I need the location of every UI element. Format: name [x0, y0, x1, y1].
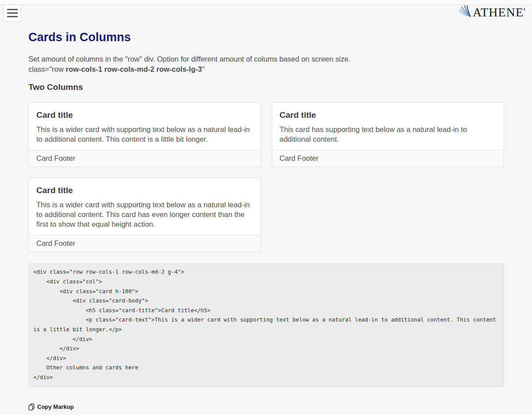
main-content: Cards in Columns Set amount of columns i… [28, 5, 504, 412]
card-footer: Card Footer [272, 150, 504, 167]
page-title: Cards in Columns [28, 30, 504, 44]
example-card-2: Card title This card has supporting text… [272, 102, 505, 167]
card-title: Card title [280, 110, 497, 120]
card-text: This is a wider card with supporting tex… [36, 200, 253, 229]
card-body: Card title This is a wider card with sup… [29, 178, 261, 235]
card-body: Card title This card has supporting text… [272, 103, 504, 150]
hamburger-icon [7, 16, 18, 17]
top-bar [0, 0, 532, 5]
empty-grid-cell [272, 178, 505, 252]
class-snippet-suffix: " [202, 65, 204, 73]
cards-grid: Card title This is a wider card with sup… [28, 102, 504, 252]
copy-icon [28, 403, 35, 411]
hamburger-menu-button[interactable] [3, 4, 21, 22]
card-title: Card title [36, 110, 253, 120]
class-snippet-prefix: class="row [28, 65, 66, 73]
description-line1: Set amount of columns in the "row" div. … [28, 55, 350, 63]
hamburger-icon [7, 12, 18, 14]
copy-markup-label: Copy Markup [37, 403, 74, 410]
card-text: This is a wider card with supporting tex… [36, 124, 253, 144]
example-card-1: Card title This is a wider card with sup… [28, 102, 261, 167]
code-sample-block[interactable]: <div class="row row-cols-1 row-cols-md-2… [28, 264, 504, 386]
page-description: Set amount of columns in the "row" div. … [28, 54, 504, 74]
card-text: This card has supporting text below as a… [280, 124, 497, 144]
section-heading: Two Columns [28, 82, 504, 92]
class-snippet-bold: row-cols-1 row-cols-md-2 row-cols-lg-3 [66, 65, 202, 73]
card-footer: Card Footer [29, 235, 261, 252]
example-card-3: Card title This is a wider card with sup… [28, 178, 261, 252]
card-title: Card title [36, 186, 253, 195]
hamburger-icon [7, 9, 18, 10]
card-footer: Card Footer [29, 150, 261, 167]
copy-markup-button[interactable]: Copy Markup [28, 403, 74, 411]
trademark-icon [524, 8, 525, 11]
card-body: Card title This is a wider card with sup… [29, 103, 261, 150]
